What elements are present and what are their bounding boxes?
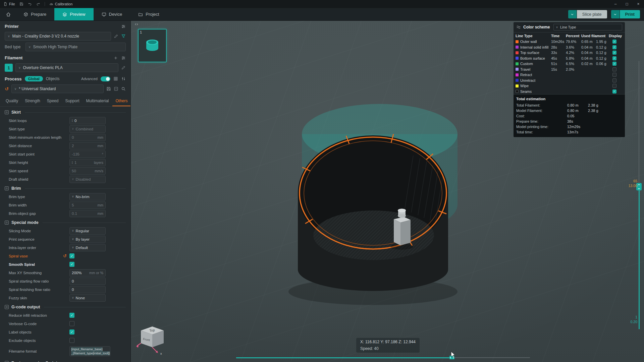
- maximize-button[interactable]: □: [621, 0, 633, 8]
- skirt-distance-input[interactable]: 2mm: [69, 142, 106, 149]
- printer-preset-select[interactable]: ∨ Main - Creality Ender-3 V2 0.4 nozzle: [5, 32, 111, 41]
- display-checkbox[interactable]: [612, 56, 616, 60]
- process-tab-support[interactable]: Support: [62, 97, 82, 106]
- process-preset-select[interactable]: ∨ * Universal Standard: [11, 84, 104, 93]
- printer-filter-button[interactable]: [121, 34, 126, 39]
- display-checkbox[interactable]: [612, 78, 616, 82]
- section-header-post-processing-scripts[interactable]: Post-processing Scripts: [0, 358, 130, 362]
- spiral-vase-checkbox[interactable]: [69, 253, 74, 258]
- select-value: Disabled: [76, 177, 103, 181]
- tab-device[interactable]: Device: [94, 8, 130, 20]
- redo-button[interactable]: [36, 2, 40, 6]
- move-slider[interactable]: [236, 356, 530, 360]
- display-checkbox[interactable]: [612, 45, 616, 49]
- process-tab-others[interactable]: Others: [112, 97, 130, 106]
- layer-slider[interactable]: 65 13.00 1 0.20: [635, 61, 643, 329]
- filament-preset-select[interactable]: ∨ Overture Generic PLA: [15, 63, 118, 72]
- search-settings-button[interactable]: [121, 86, 126, 91]
- display-checkbox[interactable]: [612, 40, 616, 44]
- edit-filament-button[interactable]: [121, 65, 126, 70]
- printed-model[interactable]: [298, 134, 448, 291]
- skirt-start-point-input[interactable]: -135°: [69, 150, 106, 158]
- orientation-gizmo[interactable]: Top Front x: [136, 324, 170, 357]
- display-checkbox[interactable]: [612, 89, 616, 94]
- section-header-skirt[interactable]: Skirt: [0, 107, 130, 116]
- section-header-brim[interactable]: Brim: [0, 183, 130, 192]
- brim-width-input[interactable]: 5mm: [69, 201, 106, 209]
- skirt-speed-input[interactable]: 50mm/s: [69, 167, 106, 175]
- process-tab-speed[interactable]: Speed: [44, 97, 62, 106]
- label-objects-checkbox[interactable]: [69, 329, 74, 335]
- collapse-settings-button[interactable]: [114, 86, 118, 91]
- close-button[interactable]: ×: [633, 0, 644, 8]
- tab-project[interactable]: Project: [130, 8, 167, 20]
- slicing-mode-select[interactable]: ∨Regular: [69, 227, 106, 235]
- minimize-button[interactable]: –: [610, 0, 621, 8]
- home-button[interactable]: [1, 8, 15, 20]
- spiral-starting-flow-ratio-input[interactable]: 0: [69, 278, 106, 285]
- intra-layer-order-select[interactable]: ∨Default: [69, 244, 106, 251]
- line-type-percent: 2.0%: [566, 67, 581, 71]
- slice-plate-button[interactable]: Slice plate: [577, 10, 607, 18]
- undo-button[interactable]: [28, 2, 32, 6]
- process-params-button[interactable]: [121, 76, 126, 81]
- process-preset-value: * Universal Standard: [19, 86, 101, 91]
- print-sequence-select[interactable]: ∨By layer: [69, 236, 106, 243]
- display-checkbox[interactable]: [612, 51, 616, 55]
- verbose-g-code-checkbox[interactable]: [69, 321, 74, 326]
- section-header-g-code-output[interactable]: G-code output: [0, 302, 130, 311]
- smooth-spiral-checkbox[interactable]: [69, 262, 74, 267]
- edit-printer-button[interactable]: [114, 34, 118, 39]
- calibration-menu[interactable]: Calibration: [49, 2, 73, 6]
- print-button[interactable]: Print: [620, 10, 640, 18]
- process-tab-quality[interactable]: Quality: [3, 97, 21, 106]
- modified-reset-icon[interactable]: ↺: [63, 254, 67, 258]
- exclude-objects-checkbox[interactable]: [69, 338, 74, 343]
- tab-prepare[interactable]: Prepare: [15, 8, 54, 20]
- process-global-tab[interactable]: Global: [25, 76, 43, 81]
- tab-project-label: Project: [146, 12, 159, 17]
- section-header-special-mode[interactable]: Special mode: [0, 218, 130, 227]
- tab-preview[interactable]: Preview: [54, 8, 93, 20]
- printer-settings-button[interactable]: [121, 24, 126, 29]
- reduce-infill-retraction-checkbox[interactable]: [69, 313, 74, 318]
- skirt-loops-input[interactable]: ▴▾0: [69, 117, 106, 124]
- print-options-button[interactable]: [611, 10, 620, 18]
- setting-row-smooth-spiral: Smooth Spiral: [0, 260, 130, 268]
- collapse-sidebar-icon[interactable]: ‹›: [135, 21, 139, 26]
- plate-thumbnail[interactable]: 1: [138, 29, 167, 62]
- save-preset-button[interactable]: [106, 86, 111, 91]
- process-tab-multimaterial[interactable]: Multimaterial: [83, 97, 112, 106]
- draft-shield-select[interactable]: ∨Disabled: [69, 176, 106, 183]
- bed-type-select[interactable]: ∨ Smooth High Temp Plate: [25, 43, 126, 51]
- line-type-name: Top surface: [520, 51, 539, 55]
- filament-settings-button[interactable]: [121, 56, 126, 60]
- display-checkbox[interactable]: [612, 84, 616, 88]
- process-tab-strength[interactable]: Strength: [22, 97, 43, 106]
- file-menu[interactable]: File: [3, 2, 15, 6]
- max-xy-smoothing-input[interactable]: 200%mm or %: [69, 269, 106, 277]
- slice-options-button[interactable]: [568, 10, 577, 18]
- process-objects-tab[interactable]: Objects: [46, 76, 60, 81]
- display-checkbox[interactable]: [612, 62, 616, 66]
- dirty-preset-reset-icon[interactable]: ↺: [5, 86, 9, 91]
- display-checkbox[interactable]: [612, 67, 616, 71]
- skirt-height-input[interactable]: ▴▾1layers: [69, 159, 106, 166]
- display-checkbox[interactable]: [612, 73, 616, 77]
- brim-object-gap-input[interactable]: 0.1mm: [69, 210, 106, 217]
- add-filament-button[interactable]: [113, 56, 118, 60]
- spiral-finishing-flow-ratio-input[interactable]: 0: [69, 286, 106, 293]
- save-button[interactable]: [19, 2, 23, 6]
- process-table-view-button[interactable]: [113, 76, 118, 81]
- filename-format-input[interactable]: {input_filename_base}_{filament_type[ini…: [69, 346, 110, 356]
- fuzzy-skin-select[interactable]: ∨None: [69, 294, 106, 302]
- skirt-minimum-extrusion-length-input[interactable]: 0mm: [69, 134, 106, 141]
- line-type-row-top-surface: Top surface33s4.2%0.04 m0.12 g: [514, 50, 625, 56]
- chevron-down-icon: ∨: [8, 35, 10, 38]
- filament-index-badge[interactable]: 1: [5, 64, 13, 72]
- skirt-type-select[interactable]: ∨Combined: [69, 125, 106, 133]
- line-type-name: Wipe: [520, 84, 529, 88]
- advanced-toggle[interactable]: [101, 76, 110, 81]
- line-type-select[interactable]: ∨ Line Type: [553, 24, 622, 31]
- brim-type-select[interactable]: ∨No-brim: [69, 193, 106, 200]
